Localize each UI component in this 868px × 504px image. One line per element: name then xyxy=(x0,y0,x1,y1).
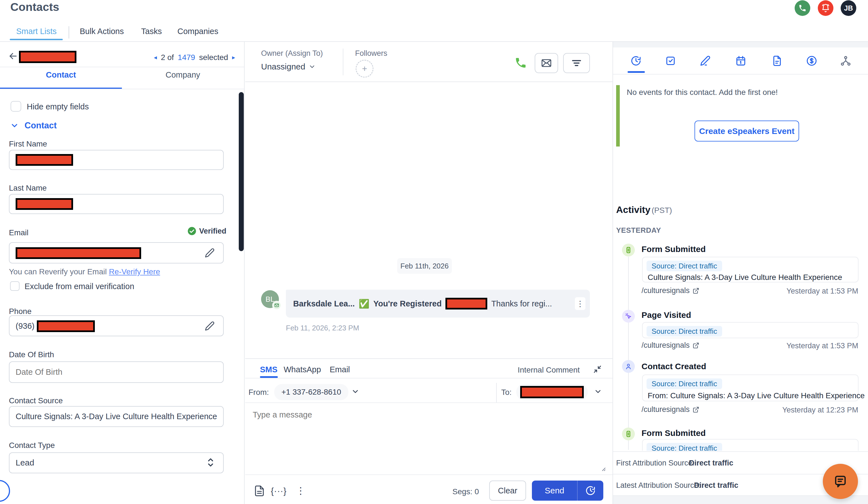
email-contact-button[interactable] xyxy=(535,53,558,73)
to-label: To: xyxy=(501,388,512,397)
from-number-pill[interactable]: +1 337-628-8610 xyxy=(274,384,348,400)
activity-group-label: YESTERDAY xyxy=(616,226,661,235)
event-page-link[interactable]: /culturesignals xyxy=(641,341,699,350)
tab-sms[interactable]: SMS xyxy=(260,365,278,374)
channel-badge-icon xyxy=(272,301,281,310)
contact-source-input[interactable] xyxy=(9,406,224,427)
reverify-link[interactable]: Re-Verify Here xyxy=(109,268,160,276)
panel-footer-strip xyxy=(613,496,868,504)
tab-payments-dollar-icon[interactable] xyxy=(806,55,817,67)
chevron-down-icon[interactable] xyxy=(10,121,19,130)
left-panel-scrollbar[interactable] xyxy=(239,92,244,251)
record-pagination: ◂ 2 of 1479 selected ▸ xyxy=(154,53,235,62)
page-title: Contacts xyxy=(10,1,59,14)
prev-record-arrow[interactable]: ◂ xyxy=(154,54,157,61)
message-input[interactable] xyxy=(253,410,599,472)
tab-bulk-actions[interactable]: Bulk Actions xyxy=(80,27,124,36)
to-chevron-icon[interactable] xyxy=(594,387,602,396)
back-button[interactable] xyxy=(8,51,18,61)
edit-email-icon[interactable] xyxy=(205,248,215,258)
tab-companies[interactable]: Companies xyxy=(177,27,218,36)
support-chat-button[interactable] xyxy=(823,464,858,499)
email-field[interactable] xyxy=(9,242,224,263)
tab-activity-clock-icon[interactable] xyxy=(630,55,641,67)
notifications-button[interactable] xyxy=(818,0,834,16)
tab-email[interactable]: Email xyxy=(330,365,350,374)
collapse-composer-icon[interactable] xyxy=(593,364,602,374)
avatar[interactable]: JB xyxy=(841,0,856,16)
divider xyxy=(496,383,497,402)
more-options-icon[interactable]: ⋮ xyxy=(296,485,306,496)
tab-company[interactable]: Company xyxy=(122,70,244,80)
tab-smart-lists[interactable]: Smart Lists xyxy=(16,27,56,36)
timeline-line xyxy=(628,257,629,450)
tab-notes-pen-icon[interactable] xyxy=(700,55,711,67)
resize-handle[interactable] xyxy=(600,465,606,472)
templates-icon[interactable] xyxy=(254,484,265,497)
latest-attribution-value: Direct traffic xyxy=(694,481,738,490)
active-tab-underline xyxy=(628,71,645,73)
event-card[interactable]: Source: Direct traffic From: Culture Sig… xyxy=(642,374,858,401)
divider xyxy=(245,81,612,82)
next-record-arrow[interactable]: ▸ xyxy=(232,54,235,61)
phone-field[interactable]: (936) xyxy=(9,315,224,336)
hide-empty-fields-checkbox[interactable] xyxy=(11,101,21,112)
message-more-button[interactable]: ⋮ xyxy=(575,297,586,310)
tab-contact[interactable]: Contact xyxy=(0,70,122,80)
notice-accent-bar xyxy=(616,85,620,147)
call-button[interactable] xyxy=(795,0,810,16)
edit-phone-icon[interactable] xyxy=(205,321,215,331)
event-card[interactable]: Source: Direct traffic xyxy=(642,439,858,451)
call-contact-button[interactable] xyxy=(514,57,527,69)
pagination-total-link[interactable]: 1479 xyxy=(178,53,195,62)
message-bubble[interactable]: Barksdale Lea... ✅ You're Registered Tha… xyxy=(286,290,590,317)
reverify-hint: You can Reverify your Email Re-Verify He… xyxy=(9,268,160,276)
send-button[interactable]: Send xyxy=(532,481,577,501)
message-sender: Barksdale Lea... xyxy=(293,299,355,309)
source-tag: Source: Direct traffic xyxy=(647,443,722,451)
tab-associations-icon[interactable] xyxy=(840,55,851,67)
redacted-first-name xyxy=(16,154,73,166)
phone-prefix: (936) xyxy=(16,322,34,331)
activity-heading: Activity (PST) xyxy=(616,204,672,215)
tab-appointments-calendar-icon[interactable] xyxy=(735,55,746,67)
internal-comment-toggle[interactable]: Internal Comment xyxy=(518,365,580,374)
latest-attribution-label: Latest Attribution Source: xyxy=(616,481,700,490)
tab-tasks[interactable]: Tasks xyxy=(141,27,162,36)
message-avatar: BL xyxy=(261,290,279,308)
panel-top-strip xyxy=(613,42,868,48)
event-page-link[interactable]: /culturesignals xyxy=(641,286,699,295)
event-card[interactable]: Source: Direct traffic xyxy=(642,322,858,338)
event-card[interactable]: Source: Direct traffic Culture Signals: … xyxy=(642,257,858,282)
tab-tasks-icon[interactable] xyxy=(665,55,676,67)
verified-check-icon xyxy=(187,226,196,235)
chat-icon xyxy=(833,474,848,489)
from-chevron-icon[interactable] xyxy=(351,387,360,396)
to-number-pill[interactable] xyxy=(516,384,588,400)
tab-whatsapp[interactable]: WhatsApp xyxy=(284,365,321,374)
first-name-field[interactable] xyxy=(9,150,224,170)
divider xyxy=(0,67,244,67)
contact-type-select[interactable]: Lead xyxy=(9,452,224,473)
dob-input[interactable] xyxy=(9,361,224,383)
event-page-link[interactable]: /culturesignals xyxy=(641,405,699,414)
create-espeakers-event-button[interactable]: Create eSpeakers Event xyxy=(694,121,799,141)
tab-documents-icon[interactable] xyxy=(772,55,783,67)
segments-counter: Segs: 0 xyxy=(438,487,479,496)
custom-values-icon[interactable]: {···} xyxy=(271,486,287,496)
owner-select[interactable]: Unassigned xyxy=(261,62,316,71)
schedule-send-button[interactable] xyxy=(578,481,603,501)
redacted-message-name xyxy=(445,298,487,310)
from-label: From: xyxy=(249,388,269,397)
conversation-date-separator: Feb 11th, 2026 xyxy=(397,258,452,274)
exclude-verification-label: Exclude from email verification xyxy=(24,282,134,291)
add-follower-button[interactable]: + xyxy=(355,60,373,78)
exclude-verification-checkbox[interactable] xyxy=(10,281,20,291)
source-tag: Source: Direct traffic xyxy=(647,379,722,389)
filter-conversation-button[interactable] xyxy=(563,53,590,73)
last-name-field[interactable] xyxy=(9,194,224,214)
divider xyxy=(613,74,868,74)
clear-button[interactable]: Clear xyxy=(489,481,526,501)
activity-panel: No events for this contact. Add the firs… xyxy=(612,42,868,504)
contact-section-header[interactable]: Contact xyxy=(24,121,56,131)
